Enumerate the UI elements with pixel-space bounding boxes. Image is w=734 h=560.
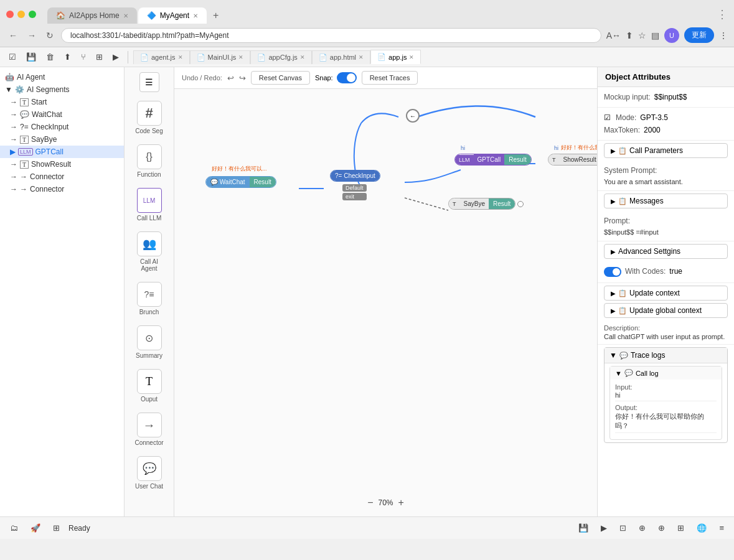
bottom-right-8[interactable]: ≡ bbox=[715, 521, 728, 534]
share-icon[interactable]: ⬆ bbox=[626, 30, 633, 40]
tree-connector-1[interactable]: → → Connector bbox=[0, 170, 124, 183]
tree-showresult[interactable]: → T ShowResult bbox=[0, 158, 124, 170]
tree-start[interactable]: → T Start bbox=[0, 96, 124, 108]
undo-button[interactable]: ↩ bbox=[227, 73, 234, 83]
node-saybye[interactable]: T SayBye Result bbox=[448, 198, 524, 210]
tab-close[interactable]: ✕ bbox=[409, 54, 414, 60]
update-button[interactable]: 更新 bbox=[684, 27, 714, 43]
back-button[interactable]: ← bbox=[6, 29, 20, 42]
bottom-tool-3[interactable]: ⊞ bbox=[49, 521, 64, 534]
tool-unknown1[interactable]: ☑ bbox=[5, 50, 20, 63]
tool-save[interactable]: 💾 bbox=[22, 50, 40, 63]
node-waitchat[interactable]: 好好！有什么我可以... 💬 WaitChat Result bbox=[205, 176, 276, 188]
update-global-expand[interactable]: ▶ 📋 Update global context bbox=[604, 303, 728, 318]
palette-user-chat[interactable]: 💬 User Chat bbox=[128, 452, 171, 493]
sidebar-icon[interactable]: ▤ bbox=[651, 30, 659, 40]
bottom-right-2[interactable]: ▶ bbox=[597, 521, 611, 534]
advanced-expand[interactable]: ▶ Advanced Settgins bbox=[604, 244, 728, 259]
tree-waitchat[interactable]: → 💬 WaitChat bbox=[0, 108, 124, 121]
canvas-content[interactable]: ← ← 好好！有什么我可以... 💬 WaitChat Result ?= Ch… bbox=[174, 89, 597, 513]
node-gptcall[interactable]: hi LLM GPTCall Result bbox=[454, 154, 532, 166]
with-codes-toggle[interactable] bbox=[604, 267, 621, 277]
tree-checkinput[interactable]: → ?= CheckInput bbox=[0, 121, 124, 133]
tree-connector-2[interactable]: → → Connector bbox=[0, 183, 124, 195]
node-showresult[interactable]: hi 好好！有什么我可以帮助... T ShowResult Result bbox=[548, 154, 597, 166]
tab-ai2apps-home[interactable]: 🏠 AI2Apps Home ✕ bbox=[47, 7, 137, 24]
tab-app-js[interactable]: 📄 app.js ✕ bbox=[370, 50, 421, 64]
output-default[interactable]: Default bbox=[342, 184, 367, 192]
palette-toggle[interactable]: ☰ bbox=[139, 72, 159, 92]
bottom-right-3[interactable]: ⊡ bbox=[616, 521, 630, 534]
new-tab-button[interactable]: + bbox=[208, 7, 223, 24]
browser-menu-button[interactable]: ⋮ bbox=[719, 30, 728, 40]
messages-expand[interactable]: ▶ 📋 Messages bbox=[604, 194, 728, 208]
palette-call-llm[interactable]: LLM Call LLM bbox=[128, 184, 171, 225]
tab-close-home[interactable]: ✕ bbox=[123, 12, 128, 19]
palette-summary[interactable]: ⊙ Summary bbox=[128, 322, 171, 363]
call-log-header[interactable]: ▼ 💬 Call log bbox=[610, 366, 722, 380]
palette-function[interactable]: {} Function bbox=[128, 141, 171, 182]
reset-traces-button[interactable]: Reset Traces bbox=[362, 71, 418, 85]
tool-delete[interactable]: 🗑 bbox=[42, 50, 58, 63]
tab-close[interactable]: ✕ bbox=[178, 54, 183, 60]
saybye-box[interactable]: T SayBye Result bbox=[448, 198, 515, 210]
bottom-tool-2[interactable]: 🚀 bbox=[27, 521, 44, 534]
close-button[interactable] bbox=[6, 11, 14, 18]
update-context-expand[interactable]: ▶ 📋 Update context bbox=[604, 286, 728, 301]
palette-code-seg[interactable]: # Code Seg bbox=[128, 97, 171, 138]
tree-gptcall[interactable]: ▶ LLM GPTCall bbox=[0, 146, 124, 158]
address-input[interactable] bbox=[61, 28, 601, 43]
tree-saybye[interactable]: → T SayBye bbox=[0, 133, 124, 146]
tab-appcfg-js[interactable]: 📄 appCfg.js ✕ bbox=[250, 50, 311, 64]
browser-menu-icon[interactable]: ⋮ bbox=[717, 7, 728, 21]
tool-upload[interactable]: ⬆ bbox=[60, 50, 75, 63]
tool-branch[interactable]: ⑂ bbox=[77, 50, 90, 63]
output-exit[interactable]: exit bbox=[342, 193, 367, 200]
minimize-button[interactable] bbox=[17, 11, 25, 18]
tree-ai-segments[interactable]: ▼ ⚙️ AI Segments bbox=[0, 83, 124, 96]
bottom-right-1[interactable]: 💾 bbox=[575, 521, 592, 534]
redo-button[interactable]: ↪ bbox=[239, 73, 246, 83]
tab-close-myagent[interactable]: ✕ bbox=[193, 12, 198, 19]
trace-logs-header[interactable]: ▼ 💬 Trace logs bbox=[605, 348, 727, 363]
palette-connector[interactable]: → Connector bbox=[128, 409, 171, 450]
tab-myagent[interactable]: 🔷 MyAgent ✕ bbox=[138, 7, 207, 24]
tool-settings[interactable]: ⊞ bbox=[92, 50, 106, 63]
palette-brunch[interactable]: ?≡ Brunch bbox=[128, 278, 171, 319]
translate-icon[interactable]: A↔ bbox=[606, 30, 621, 40]
showresult-box[interactable]: T ShowResult Result bbox=[548, 154, 597, 166]
checkbox-icon[interactable]: ☑ bbox=[604, 113, 611, 122]
tab-app-html[interactable]: 📄 app.html ✕ bbox=[312, 50, 370, 64]
reset-canvas-button[interactable]: Reset Canvas bbox=[251, 71, 310, 85]
checkinput-box[interactable]: ?= CheckInput bbox=[330, 170, 380, 182]
call-params-expand[interactable]: ▶ 📋 Call Parameters bbox=[604, 143, 728, 158]
tool-run[interactable]: ▶ bbox=[109, 50, 123, 63]
bottom-right-7[interactable]: 🌐 bbox=[693, 521, 710, 534]
bottom-right-6[interactable]: ⊞ bbox=[674, 521, 688, 534]
tab-close[interactable]: ✕ bbox=[359, 54, 364, 60]
palette-call-ai-agent[interactable]: 👥 Call AI Agent bbox=[128, 228, 171, 276]
tab-mainui-js[interactable]: 📄 MainUI.js ✕ bbox=[190, 50, 251, 64]
tab-agent-js[interactable]: 📄 agent.js ✕ bbox=[133, 50, 190, 64]
tab-close[interactable]: ✕ bbox=[238, 54, 243, 60]
reload-button[interactable]: ↻ bbox=[44, 29, 56, 42]
zoom-out-button[interactable]: − bbox=[367, 497, 373, 508]
bottom-right-4[interactable]: ⊕ bbox=[635, 521, 649, 534]
palette-output[interactable]: T Ouput bbox=[128, 365, 171, 406]
tab-close[interactable]: ✕ bbox=[300, 54, 305, 60]
palette-label: Function bbox=[137, 171, 161, 178]
zoom-in-button[interactable]: + bbox=[398, 497, 404, 508]
forward-button[interactable]: → bbox=[25, 29, 39, 42]
maximize-button[interactable] bbox=[29, 11, 36, 18]
bottom-tool-1[interactable]: 🗂 bbox=[6, 521, 22, 534]
gptcall-box[interactable]: LLM GPTCall Result bbox=[454, 154, 532, 166]
snap-switch[interactable] bbox=[337, 72, 357, 83]
node-checkinput[interactable]: ?= CheckInput Default exit bbox=[330, 170, 380, 200]
bottom-right-5[interactable]: ⊕ bbox=[654, 521, 669, 534]
tree-ai-agent[interactable]: 🤖 AI Agent bbox=[0, 71, 124, 83]
user-avatar[interactable]: U bbox=[664, 28, 679, 43]
port-left-top[interactable]: ← bbox=[406, 109, 420, 123]
waitchat-box[interactable]: 💬 WaitChat Result bbox=[205, 176, 276, 188]
bookmark-icon[interactable]: ☆ bbox=[638, 30, 646, 40]
saybye-port[interactable] bbox=[517, 201, 524, 207]
